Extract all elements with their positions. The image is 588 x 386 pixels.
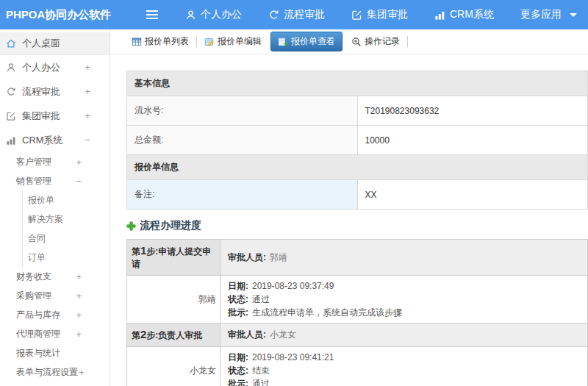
expand-icon: + [85,110,90,121]
row-serial-number: 流水号: T20190823093632 [127,96,588,126]
detail-status-line: 状态:结束 [228,364,580,377]
detail-comment-line: 批示:通过 [228,377,580,386]
caret-down-icon [570,13,577,17]
hamburger-menu-icon[interactable] [146,10,159,20]
sidebar-item-agent-mgmt[interactable]: 代理商管理 + [0,324,110,343]
expand-icon: + [85,62,90,73]
nav-label: 个人办公 [201,8,242,21]
expand-icon: + [76,271,82,282]
sidebar-item-sales-mgmt[interactable]: 销售管理 − [0,171,110,190]
date-label: 日期: [228,352,248,362]
app-brand: PHPOA协同办公软件 [0,8,116,22]
field-label: 总金额: [127,126,358,155]
comment-value: 通过 [252,379,270,386]
field-value: T20190823093632 [357,96,588,126]
expand-icon: + [76,157,82,168]
sidebar-item-label: 集团审批 [22,110,60,123]
detail-status-line: 状态:通过 [228,293,580,306]
nav-label: 集团审批 [367,8,408,21]
step-detail-row: 郭靖 日期:2019-08-23 09:37:49 状态:通过 批示:生成流程申… [127,276,588,324]
sidebar-item-quotation[interactable]: 报价单 [22,190,110,210]
sidebar-item-label: 流程审批 [22,85,60,99]
step-header-row: 第1步:申请人提交申请 审批人员:郭靖 [127,240,588,276]
workflow-icon [6,86,18,97]
date-label: 日期: [228,281,248,291]
sidebar-item-label: 合同 [28,232,46,245]
sidebar-item-group-approval[interactable]: 集团审批 + [0,104,110,128]
section-header-row: 基本信息 [127,71,588,96]
sidebar-item-form-workflow-settings[interactable]: 表单与流程设置 + [0,362,110,382]
progress-section-title: 流程办理进度 [126,219,588,232]
sidebar-item-reports-stats[interactable]: 报表与统计 [0,343,110,362]
main-content: 报价单列表 报价单编辑 报价单查看 操作记录 基本信息 [110,29,588,386]
sidebar-item-label: 报价单 [28,194,54,207]
tab-label: 报价单编辑 [218,35,262,48]
comment-label: 批示: [228,379,248,386]
sidebar-item-product-inventory[interactable]: 产品与库存 + [0,305,110,324]
expand-icon: + [76,290,82,301]
user-icon [185,10,196,21]
nav-workflow-approval[interactable]: 流程审批 [268,8,325,21]
sidebar-item-label: 订单 [28,251,46,264]
comment-value: 生成流程申请单，系统自动完成该步骤 [252,307,402,318]
approver-label: 审批人员: [228,329,266,340]
sidebar-item-order[interactable]: 订单 [22,248,110,267]
nav-label: 流程审批 [284,8,325,21]
status-value: 通过 [252,294,270,304]
approver-signature: 小龙女 [127,347,220,386]
nav-group-approval[interactable]: 集团审批 [351,8,408,21]
edit-icon [351,10,362,21]
sidebar-item-purchasing[interactable]: 采购管理 + [0,286,110,305]
step-approver-cell: 审批人员:郭靖 [220,240,588,276]
sidebar-item-label: 产品与库存 [16,309,60,321]
tab-operation-log[interactable]: 操作记录 [348,32,404,51]
date-value: 2019-08-23 09:37:49 [252,281,334,291]
sidebar-item-crm-system[interactable]: CRM系统 − [0,128,110,152]
approver-label: 审批人员: [228,252,266,262]
step-approver-cell: 审批人员:小龙女 [220,324,588,347]
edit-icon [6,110,18,121]
tab-separator [196,36,197,47]
sidebar: 个人桌面 个人办公 + 流程审批 + 集团审批 + CRM系统 − 客户管理 +… [0,29,110,386]
tab-quotation-list[interactable]: 报价单列表 [128,32,193,51]
sidebar-item-customer-mgmt[interactable]: 客户管理 + [0,152,110,171]
nav-label: CRM系统 [450,8,494,21]
detail-comment-line: 批示:生成流程申请单，系统自动完成该步骤 [228,306,580,319]
nav-crm-system[interactable]: CRM系统 [434,8,494,21]
comment-label: 批示: [228,307,248,318]
sidebar-item-contract[interactable]: 合同 [22,229,110,248]
tab-label: 操作记录 [365,35,400,48]
field-label: 备注: [127,180,358,210]
field-label: 流水号: [127,96,358,126]
user-icon [6,62,18,73]
section-title: 报价单信息 [127,155,588,180]
sidebar-item-label: 代理商管理 [16,328,60,340]
nav-more-apps[interactable]: 更多应用 [520,8,577,21]
green-plus-icon [126,221,136,231]
workflow-icon [268,10,279,21]
sidebar-item-label: 采购管理 [16,290,51,302]
sidebar-item-personal-desktop[interactable]: 个人桌面 [0,32,110,55]
sidebar-item-label: 财务收支 [16,271,51,283]
expand-icon: + [79,367,85,378]
bar-chart-icon [6,135,18,146]
progress-steps-table: 第1步:申请人提交申请 审批人员:郭靖 郭靖 日期:2019-08-23 09:… [126,239,588,386]
tab-quotation-edit[interactable]: 报价单编辑 [201,32,265,51]
sidebar-item-solution[interactable]: 解决方案 [22,210,110,229]
top-nav: 个人办公 流程审批 集团审批 CRM系统 更多应用 [185,8,577,21]
tab-label: 报价单查看 [291,35,335,48]
expand-icon: + [85,86,90,97]
app-header: PHPOA协同办公软件 个人办公 流程审批 集团审批 CRM系统 更多应用 [0,0,588,29]
tab-quotation-view[interactable]: 报价单查看 [270,32,343,51]
expand-icon: + [76,329,82,340]
sidebar-item-workflow-approval[interactable]: 流程审批 + [0,79,110,104]
step-title: 第2步:负责人审批 [127,324,220,347]
sidebar-item-finance[interactable]: 财务收支 + [0,267,110,286]
quotation-info-table: 基本信息 流水号: T20190823093632 总金额: 10000 报价单… [126,71,588,210]
detail-date-line: 日期:2019-08-23 09:37:49 [228,279,580,293]
field-value: XX [357,180,588,210]
status-label: 状态: [228,365,248,376]
sidebar-item-personal-office[interactable]: 个人办公 + [0,55,110,79]
nav-personal-office[interactable]: 个人办公 [185,8,242,21]
sidebar-item-label: 表单与流程设置 [16,366,78,379]
